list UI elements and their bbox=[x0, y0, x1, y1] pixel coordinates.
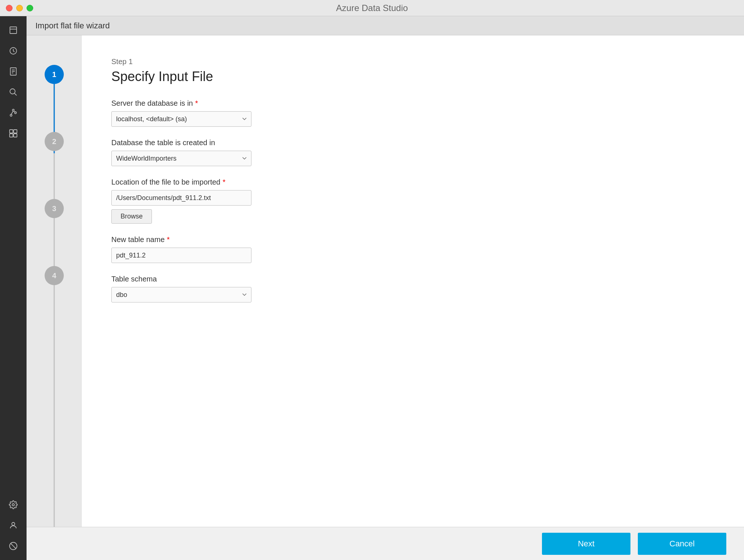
browse-button[interactable]: Browse bbox=[111, 209, 152, 224]
sidebar-item-search[interactable] bbox=[4, 83, 23, 102]
svg-rect-17 bbox=[14, 134, 17, 137]
tab-title: Import flat file wizard bbox=[35, 21, 110, 31]
file-label: Location of the file to be imported * bbox=[111, 178, 715, 186]
step-sidebar: 1 2 3 4 bbox=[27, 35, 82, 527]
sidebar bbox=[0, 16, 27, 560]
svg-rect-0 bbox=[10, 27, 17, 34]
server-select[interactable]: localhost, <default> (sa) bbox=[111, 111, 251, 127]
file-required: * bbox=[223, 178, 226, 186]
step-4: 4 bbox=[45, 266, 64, 285]
step-1: 1 bbox=[45, 65, 64, 84]
svg-point-10 bbox=[10, 115, 12, 116]
maximize-button[interactable] bbox=[27, 5, 33, 11]
table-name-group: New table name * bbox=[111, 235, 715, 263]
svg-point-19 bbox=[12, 522, 15, 525]
table-name-label: New table name * bbox=[111, 235, 715, 244]
database-select[interactable]: WideWorldImporters bbox=[111, 151, 251, 166]
file-group: Location of the file to be imported * Br… bbox=[111, 178, 715, 224]
sidebar-item-history[interactable] bbox=[4, 41, 23, 60]
app-title: Azure Data Studio bbox=[336, 3, 408, 13]
sidebar-item-notification[interactable] bbox=[4, 536, 23, 556]
server-group: Server the database is in * localhost, <… bbox=[111, 99, 715, 127]
tab-bar: Import flat file wizard bbox=[27, 16, 744, 35]
close-button[interactable] bbox=[6, 5, 13, 11]
step-2: 2 bbox=[45, 132, 64, 151]
sidebar-item-account[interactable] bbox=[4, 516, 23, 535]
sidebar-item-document[interactable] bbox=[4, 62, 23, 81]
sidebar-item-settings[interactable] bbox=[4, 495, 23, 514]
next-button[interactable]: Next bbox=[542, 533, 630, 555]
step-heading: Specify Input File bbox=[111, 69, 715, 84]
svg-point-7 bbox=[10, 89, 15, 94]
svg-rect-15 bbox=[14, 130, 17, 133]
svg-point-9 bbox=[13, 109, 14, 111]
svg-line-13 bbox=[13, 111, 15, 112]
schema-label: Table schema bbox=[111, 275, 715, 283]
svg-point-11 bbox=[15, 112, 17, 114]
file-input[interactable] bbox=[111, 190, 251, 206]
table-name-input[interactable] bbox=[111, 248, 251, 263]
svg-rect-14 bbox=[10, 130, 13, 133]
sidebar-item-git[interactable] bbox=[4, 103, 23, 122]
schema-group: Table schema dbo bbox=[111, 275, 715, 302]
traffic-lights bbox=[6, 5, 33, 11]
minimize-button[interactable] bbox=[16, 5, 23, 11]
table-name-required: * bbox=[167, 235, 170, 244]
svg-line-8 bbox=[14, 93, 17, 95]
database-group: Database the table is created in WideWor… bbox=[111, 139, 715, 166]
svg-point-18 bbox=[12, 504, 14, 506]
step-3: 3 bbox=[45, 199, 64, 218]
server-label: Server the database is in * bbox=[111, 99, 715, 108]
svg-line-12 bbox=[11, 111, 13, 115]
svg-rect-16 bbox=[10, 134, 13, 137]
sidebar-item-files[interactable] bbox=[4, 21, 23, 40]
wizard-content: Step 1 Specify Input File Server the dat… bbox=[82, 35, 744, 527]
cancel-button[interactable]: Cancel bbox=[638, 533, 726, 555]
step-label: Step 1 bbox=[111, 57, 715, 66]
svg-line-21 bbox=[11, 543, 16, 549]
titlebar: Azure Data Studio bbox=[0, 0, 744, 16]
sidebar-item-extensions[interactable] bbox=[4, 124, 23, 143]
schema-select[interactable]: dbo bbox=[111, 287, 251, 302]
database-label: Database the table is created in bbox=[111, 139, 715, 147]
wizard-footer: Next Cancel bbox=[27, 527, 744, 560]
server-required: * bbox=[195, 99, 198, 108]
